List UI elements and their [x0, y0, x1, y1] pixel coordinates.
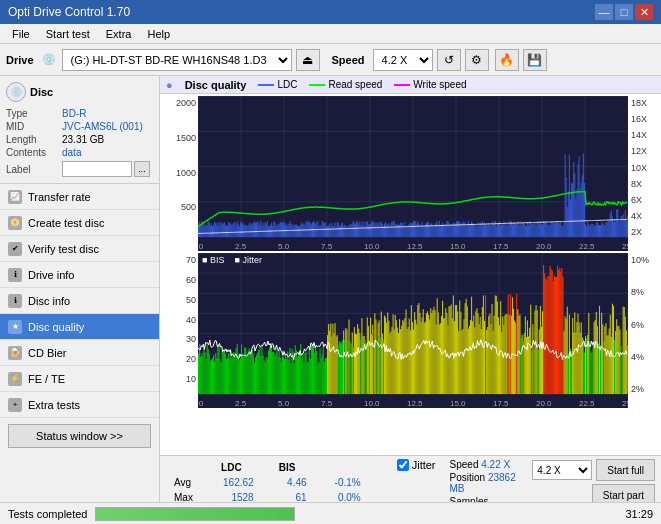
nav-disc-info-label: Disc info: [28, 295, 70, 307]
sidebar-item-cd-bier[interactable]: 🍺 CD Bier: [0, 340, 159, 366]
sidebar-item-disc-info[interactable]: ℹ Disc info: [0, 288, 159, 314]
window-controls: — □ ✕: [595, 4, 653, 20]
eject-button[interactable]: ⏏: [296, 49, 320, 71]
fe-te-icon: ⚡: [8, 372, 22, 386]
sidebar-item-fe-te[interactable]: ⚡ FE / TE: [0, 366, 159, 392]
type-value: BD-R: [62, 108, 86, 119]
menu-help[interactable]: Help: [139, 26, 178, 42]
speed-info-val: 4.22 X: [481, 459, 510, 470]
app-title: Opti Drive Control 1.70: [8, 5, 130, 19]
stats-avg-row: Avg 162.62 4.46 -0.1%: [168, 476, 381, 489]
speed-dropdown[interactable]: 4.2 X: [532, 460, 592, 480]
action-buttons: 4.2 X Start full Start part: [532, 459, 655, 506]
verify-test-disc-icon: ✔: [8, 242, 22, 256]
bottom-legend: ■ BIS ■ Jitter: [202, 255, 262, 265]
disc-icon: 💿: [6, 82, 26, 102]
legend-bis: ■ BIS: [202, 255, 224, 265]
bottom-chart: ■ BIS ■ Jitter: [198, 253, 629, 408]
menu-file[interactable]: File: [4, 26, 38, 42]
sidebar-item-drive-info[interactable]: ℹ Drive info: [0, 262, 159, 288]
label-label: Label: [6, 164, 62, 175]
right-panel: ● Disc quality LDC Read speed Write spee…: [160, 76, 661, 524]
drive-info-icon: ℹ: [8, 268, 22, 282]
top-chart-container: 2000 1500 1000 500 18X 16X 14X 12X 10X: [162, 96, 659, 251]
jitter-checkbox-row: Jitter: [397, 459, 436, 471]
burn-button[interactable]: 🔥: [495, 49, 519, 71]
status-text: Tests completed: [8, 508, 87, 520]
length-label: Length: [6, 134, 62, 145]
status-window-button[interactable]: Status window >>: [8, 424, 151, 448]
disc-type-row: Type BD-R: [6, 108, 153, 119]
nav-create-test-disc-label: Create test disc: [28, 217, 104, 229]
title-bar: Opti Drive Control 1.70 — □ ✕: [0, 0, 661, 24]
nav-cd-bier-label: CD Bier: [28, 347, 67, 359]
close-button[interactable]: ✕: [635, 4, 653, 20]
length-value: 23.31 GB: [62, 134, 104, 145]
create-test-disc-icon: 📀: [8, 216, 22, 230]
disc-mid-row: MID JVC-AMS6L (001): [6, 121, 153, 132]
avg-bis: 4.46: [262, 476, 313, 489]
menu-start-test[interactable]: Start test: [38, 26, 98, 42]
start-full-button[interactable]: Start full: [596, 459, 655, 481]
speed-info-label: Speed: [450, 459, 482, 470]
avg-ldc: 162.62: [203, 476, 260, 489]
legend-ldc: LDC: [258, 79, 297, 90]
legend-ldc-label: LDC: [277, 79, 297, 90]
label-browse-button[interactable]: ...: [134, 161, 150, 177]
top-y-axis-left: 2000 1500 1000 500: [162, 96, 198, 251]
chart-title: Disc quality: [185, 79, 247, 91]
progress-fill: [96, 508, 294, 520]
drive-selector[interactable]: (G:) HL-DT-ST BD-RE WH16NS48 1.D3: [62, 49, 292, 71]
nav-fe-te-label: FE / TE: [28, 373, 65, 385]
nav-extra-tests-label: Extra tests: [28, 399, 80, 411]
nav-drive-info-label: Drive info: [28, 269, 74, 281]
top-chart: [198, 96, 629, 251]
menu-extra[interactable]: Extra: [98, 26, 140, 42]
legend-write-speed-label: Write speed: [413, 79, 466, 90]
legend-jitter: ■ Jitter: [234, 255, 261, 265]
speed-selector[interactable]: 4.2 X: [373, 49, 433, 71]
disc-quality-icon: ★: [8, 320, 22, 334]
transfer-rate-icon: 📈: [8, 190, 22, 204]
jitter-section: Jitter: [397, 459, 436, 471]
sidebar-item-disc-quality[interactable]: ★ Disc quality: [0, 314, 159, 340]
extra-tests-icon: +: [8, 398, 22, 412]
main-layout: 💿 Disc Type BD-R MID JVC-AMS6L (001) Len…: [0, 76, 661, 524]
legend-ldc-color: [258, 84, 274, 86]
mid-value: JVC-AMS6L (001): [62, 121, 143, 132]
disc-section: 💿 Disc Type BD-R MID JVC-AMS6L (001) Len…: [0, 76, 159, 184]
settings-button[interactable]: ⚙: [465, 49, 489, 71]
jitter-checkbox[interactable]: [397, 459, 409, 471]
drive-label: Drive: [6, 54, 34, 66]
minimize-button[interactable]: —: [595, 4, 613, 20]
label-input[interactable]: [62, 161, 132, 177]
sidebar-item-extra-tests[interactable]: + Extra tests: [0, 392, 159, 418]
sidebar-item-create-test-disc[interactable]: 📀 Create test disc: [0, 210, 159, 236]
maximize-button[interactable]: □: [615, 4, 633, 20]
sidebar-item-transfer-rate[interactable]: 📈 Transfer rate: [0, 184, 159, 210]
save-button[interactable]: 💾: [523, 49, 547, 71]
top-y-axis-right: 18X 16X 14X 12X 10X 8X 6X 4X 2X: [629, 96, 659, 251]
nav-transfer-rate-label: Transfer rate: [28, 191, 91, 203]
chart-area: 2000 1500 1000 500 18X 16X 14X 12X 10X: [160, 94, 661, 455]
refresh-button[interactable]: ↺: [437, 49, 461, 71]
left-panel: 💿 Disc Type BD-R MID JVC-AMS6L (001) Len…: [0, 76, 160, 524]
disc-length-row: Length 23.31 GB: [6, 134, 153, 145]
nav-verify-test-disc-label: Verify test disc: [28, 243, 99, 255]
bottom-chart-container: 70 60 50 40 30 20 10 ■ BIS ■ Jitter: [162, 253, 659, 408]
contents-label: Contents: [6, 147, 62, 158]
contents-value: data: [62, 147, 81, 158]
sidebar-item-verify-test-disc[interactable]: ✔ Verify test disc: [0, 236, 159, 262]
menu-bar: File Start test Extra Help: [0, 24, 661, 44]
top-chart-canvas: [198, 96, 628, 251]
position-row: Position 23862 MB: [450, 472, 525, 494]
nav-disc-quality-label: Disc quality: [28, 321, 84, 333]
bottom-y-axis-left: 70 60 50 40 30 20 10: [162, 253, 198, 408]
progress-bar: [95, 507, 295, 521]
speed-label: Speed: [332, 54, 365, 66]
status-bar: Tests completed 31:29: [0, 502, 661, 524]
ldc-header: LDC: [203, 461, 260, 474]
bottom-chart-canvas: [198, 253, 628, 408]
status-time: 31:29: [625, 508, 653, 520]
mid-label: MID: [6, 121, 62, 132]
